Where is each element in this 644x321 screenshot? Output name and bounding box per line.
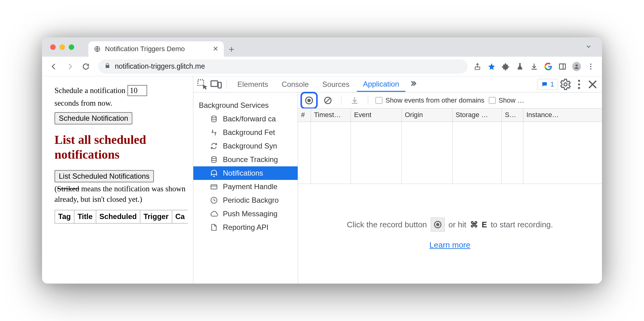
devtools-close-icon[interactable]: [586, 78, 599, 91]
tab-strip: Notification Triggers Demo ✕ ＋: [42, 38, 602, 57]
tabs-more-icon[interactable]: [407, 79, 419, 90]
empty-text-mid: or hit: [449, 220, 466, 230]
tab-sources[interactable]: Sources: [316, 77, 356, 92]
sidebar-item-periodic[interactable]: Periodic Backgro: [193, 193, 298, 207]
browser-tab[interactable]: Notification Triggers Demo ✕: [88, 41, 224, 57]
col-index[interactable]: #: [298, 108, 311, 122]
window-controls: [50, 44, 74, 50]
empty-text-post: to start recording.: [491, 220, 553, 230]
inspect-element-icon[interactable]: [196, 78, 209, 91]
clear-button[interactable]: [322, 95, 334, 106]
shortcut-cmd: ⌘: [470, 220, 478, 230]
kebab-menu-icon[interactable]: [586, 62, 595, 71]
settings-gear-icon[interactable]: [559, 78, 572, 91]
col-event[interactable]: Event: [351, 108, 402, 122]
address-bar[interactable]: notification-triggers.glitch.me: [98, 59, 468, 74]
svg-point-7: [590, 68, 591, 69]
sidebar-item-payment[interactable]: Payment Handle: [193, 180, 298, 193]
th-tag: Tag: [55, 210, 74, 223]
devtools-kebab-icon[interactable]: [573, 78, 585, 91]
svg-point-6: [590, 66, 591, 67]
window-zoom[interactable]: [69, 44, 74, 50]
record-highlight: [300, 92, 318, 109]
col-s[interactable]: S…: [502, 108, 523, 122]
tab-application[interactable]: Application: [357, 77, 405, 92]
notifications-table: Tag Title Scheduled Trigger Ca: [54, 210, 188, 223]
profile-avatar[interactable]: [572, 62, 581, 71]
th-title: Title: [74, 210, 96, 223]
labs-flask-icon[interactable]: [516, 62, 524, 71]
new-tab-button[interactable]: ＋: [224, 41, 239, 57]
extensions-icon[interactable]: [501, 62, 510, 71]
svg-point-12: [578, 80, 580, 82]
empty-text-pre: Click the record button: [347, 220, 427, 230]
svg-line-25: [326, 98, 330, 103]
share-icon[interactable]: [473, 62, 482, 71]
svg-point-23: [307, 99, 311, 102]
sidebar-item-bfcache[interactable]: Back/forward ca: [193, 112, 298, 126]
content-area: Schedule a notification seconds from now…: [42, 76, 602, 283]
notifications-panel: Show events from other domains Show … # …: [298, 92, 602, 283]
sidebar-item-bgsync[interactable]: Background Syn: [193, 139, 298, 153]
schedule-label-pre: Schedule a notification: [54, 86, 125, 95]
sidebar-item-bounce[interactable]: Bounce Tracking: [193, 153, 298, 166]
svg-point-27: [436, 223, 440, 226]
svg-point-11: [564, 83, 567, 86]
th-scheduled: Scheduled: [96, 210, 140, 223]
record-button[interactable]: [303, 95, 315, 106]
window-minimize[interactable]: [59, 44, 65, 50]
show-other-domains-checkbox[interactable]: Show events from other domains: [376, 96, 485, 104]
svg-rect-19: [211, 185, 217, 189]
save-download-button[interactable]: [349, 95, 360, 106]
sidebar-item-notifications[interactable]: Notifications: [193, 166, 298, 180]
th-trigger: Trigger: [140, 210, 172, 223]
issues-badge[interactable]: 1: [537, 79, 558, 90]
svg-point-14: [578, 87, 580, 89]
note-text: (Striked means the notification was show…: [54, 184, 193, 205]
browser-toolbar: notification-triggers.glitch.me: [42, 57, 602, 76]
col-origin[interactable]: Origin: [402, 108, 453, 122]
page-heading: List all scheduled notifications: [54, 132, 193, 162]
globe-icon: [94, 46, 101, 52]
page-content: Schedule a notification seconds from now…: [42, 76, 193, 283]
device-toggle-icon[interactable]: [210, 78, 222, 91]
tab-close-icon[interactable]: ✕: [213, 45, 218, 53]
sidepanel-icon[interactable]: [558, 62, 567, 71]
sidebar-item-bgfetch[interactable]: Background Fet: [193, 126, 298, 139]
record-icon: [431, 217, 445, 232]
shortcut-key: E: [482, 220, 487, 230]
svg-rect-2: [559, 64, 566, 69]
application-sidebar: Background Services Back/forward ca Back…: [193, 92, 298, 283]
list-scheduled-button[interactable]: List Scheduled Notifications: [54, 170, 154, 182]
events-grid-body: [298, 122, 602, 184]
notifications-toolbar: Show events from other domains Show …: [298, 92, 602, 108]
toolbar-actions: [473, 62, 597, 71]
col-timestamp[interactable]: Timest…: [311, 108, 351, 122]
sidebar-group-title: Background Services: [193, 99, 298, 112]
tabs-overflow-icon[interactable]: [585, 43, 592, 51]
schedule-label-post: seconds from now.: [54, 98, 193, 108]
downloads-icon[interactable]: [530, 62, 538, 71]
nav-reload-button[interactable]: [79, 60, 93, 73]
col-instance[interactable]: Instance…: [523, 108, 602, 122]
svg-point-18: [211, 156, 216, 159]
sidebar-item-reporting[interactable]: Reporting API: [193, 221, 298, 234]
seconds-input[interactable]: [127, 85, 147, 96]
tab-console[interactable]: Console: [276, 77, 315, 92]
devtools-panel: Elements Console Sources Application 1: [193, 76, 602, 283]
nav-forward-button[interactable]: [63, 60, 77, 73]
th-cancel: Ca: [172, 210, 188, 223]
learn-more-link[interactable]: Learn more: [429, 240, 470, 250]
sidebar-item-push[interactable]: Push Messaging: [193, 207, 298, 221]
devtools-tabbar: Elements Console Sources Application 1: [193, 76, 602, 92]
show-truncated-checkbox[interactable]: Show …: [489, 96, 524, 104]
window-close[interactable]: [50, 44, 56, 50]
google-apps-icon[interactable]: [544, 62, 553, 71]
tab-title: Notification Triggers Demo: [105, 45, 185, 53]
bookmark-star-icon[interactable]: [487, 62, 496, 71]
col-storage[interactable]: Storage …: [453, 108, 502, 122]
nav-back-button[interactable]: [47, 60, 61, 73]
tab-elements[interactable]: Elements: [231, 77, 274, 92]
empty-state: Click the record button or hit ⌘ E to st…: [298, 184, 602, 283]
schedule-notification-button[interactable]: Schedule Notification: [54, 112, 132, 124]
